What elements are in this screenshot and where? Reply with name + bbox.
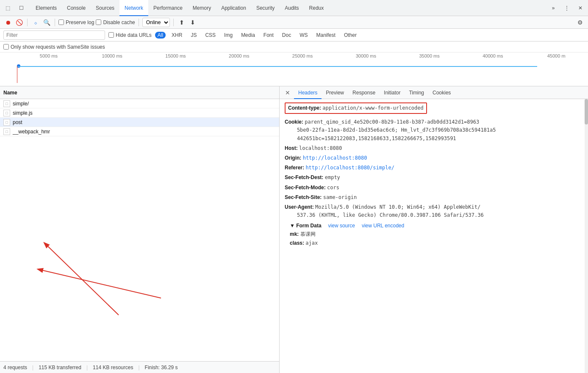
view-url-encoded-link[interactable]: view URL encoded bbox=[362, 223, 404, 229]
origin-key: Origin: bbox=[285, 155, 301, 161]
request-name-webpack: __webpack_hmr bbox=[13, 129, 50, 135]
tab-headers[interactable]: Headers bbox=[294, 86, 322, 99]
filter-doc-btn[interactable]: Doc bbox=[280, 32, 294, 39]
tl-10000: 10000 ms bbox=[80, 53, 144, 58]
clear-button[interactable]: 🚫 bbox=[14, 18, 24, 27]
file-icon-simple-dir: □ bbox=[3, 100, 10, 107]
view-source-link[interactable]: view source bbox=[328, 223, 355, 229]
filter-manifest-btn[interactable]: Manifest bbox=[314, 32, 338, 39]
search-icon[interactable]: 🔍 bbox=[42, 18, 51, 27]
tab-audits[interactable]: Audits bbox=[280, 0, 304, 16]
close-devtools-icon[interactable]: ✕ bbox=[574, 2, 586, 14]
tab-preview[interactable]: Preview bbox=[322, 86, 348, 99]
name-column-header: Name bbox=[0, 86, 279, 99]
mobile-icon[interactable]: ☐ bbox=[15, 2, 27, 14]
tab-cookies[interactable]: Cookies bbox=[428, 86, 455, 99]
tab-network[interactable]: Network bbox=[119, 0, 148, 16]
settings-icon[interactable]: ⚙ bbox=[575, 18, 585, 27]
useragent-val: Mozilla/5.0 (Windows NT 10.0; Win64; x64… bbox=[285, 204, 484, 218]
request-webpack[interactable]: □ __webpack_hmr bbox=[0, 127, 279, 136]
tab-redux[interactable]: Redux bbox=[304, 0, 329, 16]
header-host: Host: localhost:8080 bbox=[285, 144, 583, 152]
filter-js-btn[interactable]: JS bbox=[188, 32, 199, 39]
finish-time: Finish: 36.29 s bbox=[145, 365, 178, 370]
tab-more: » ⋮ ✕ bbox=[547, 2, 586, 14]
preserve-log-checkbox[interactable]: Preserve log bbox=[58, 19, 94, 25]
filter-ws-btn[interactable]: WS bbox=[297, 32, 310, 39]
sep-1: | bbox=[32, 365, 33, 370]
filter-font-btn[interactable]: Font bbox=[261, 32, 276, 39]
sep-3: | bbox=[138, 365, 139, 370]
tab-timing[interactable]: Timing bbox=[405, 86, 428, 99]
host-val: localhost:8080 bbox=[299, 145, 342, 151]
tab-memory[interactable]: Memory bbox=[188, 0, 216, 16]
file-icon-webpack: □ bbox=[3, 128, 10, 135]
cookie-val: parent_qimo_sid_4e520c00-8b29-11e8-b387-… bbox=[285, 119, 496, 141]
filter-input[interactable] bbox=[3, 30, 105, 40]
tab-elements[interactable]: Elements bbox=[31, 0, 62, 16]
record-button[interactable]: ⏺ bbox=[3, 18, 13, 27]
scrollbar-track[interactable] bbox=[585, 99, 588, 373]
cursor-icon[interactable]: ⬚ bbox=[2, 2, 14, 14]
tab-performance[interactable]: Performance bbox=[148, 0, 188, 16]
timeline-red-marker bbox=[17, 66, 17, 83]
sec-mode-val: cors bbox=[327, 185, 339, 191]
request-simple-dir[interactable]: □ simple/ bbox=[0, 99, 279, 108]
tab-console[interactable]: Console bbox=[62, 0, 91, 16]
resources-size: 114 KB resources bbox=[93, 365, 133, 370]
preserve-log-input[interactable] bbox=[58, 19, 64, 25]
filter-css-btn[interactable]: CSS bbox=[202, 32, 218, 39]
referer-key: Referer: bbox=[285, 165, 304, 171]
tl-35000: 35000 ms bbox=[398, 53, 461, 58]
sec-dest-key: Sec-Fetch-Dest: bbox=[285, 174, 323, 180]
header-useragent: User-Agent: Mozilla/5.0 (Windows NT 10.0… bbox=[285, 203, 583, 219]
toolbar-sep-4 bbox=[173, 19, 174, 26]
more-options-icon[interactable]: ⋮ bbox=[561, 2, 573, 14]
hide-data-urls-input[interactable] bbox=[108, 32, 114, 38]
sec-site-val: same-origin bbox=[323, 194, 357, 200]
filter-xhr-btn[interactable]: XHR bbox=[169, 32, 185, 39]
content-type-key: Content-type: bbox=[288, 105, 321, 111]
throttle-select[interactable]: Online bbox=[142, 18, 170, 27]
tab-sources[interactable]: Sources bbox=[91, 0, 119, 16]
form-key-class: class: bbox=[290, 240, 305, 246]
request-simple-js[interactable]: □ simple.js bbox=[0, 108, 279, 118]
tab-application[interactable]: Application bbox=[216, 0, 251, 16]
timeline-graph bbox=[17, 61, 588, 86]
export-icon[interactable]: ⬇ bbox=[188, 18, 197, 27]
import-icon[interactable]: ⬆ bbox=[177, 18, 186, 27]
samesite-row: Only show requests with SameSite issues bbox=[0, 41, 588, 52]
filter-other-btn[interactable]: Other bbox=[341, 32, 359, 39]
tl-25000: 25000 ms bbox=[271, 53, 334, 58]
disable-cache-input[interactable] bbox=[96, 19, 101, 25]
more-tabs-icon[interactable]: » bbox=[547, 2, 559, 14]
filter-all-btn[interactable]: All bbox=[155, 32, 166, 39]
form-val-mk: 慕课网 bbox=[300, 231, 316, 237]
samesite-checkbox[interactable] bbox=[3, 44, 9, 50]
sec-dest-val: empty bbox=[325, 174, 340, 180]
filter-img-btn[interactable]: Img bbox=[222, 32, 235, 39]
main-area: Name □ simple/ □ simple.js □ post □ __we… bbox=[0, 86, 588, 373]
filter-media-btn[interactable]: Media bbox=[239, 32, 258, 39]
requests-count: 4 requests bbox=[3, 365, 27, 370]
sec-mode-key: Sec-Fetch-Mode: bbox=[285, 185, 326, 191]
right-panel-tabs: ✕ Headers Preview Response Initiator Tim… bbox=[280, 86, 588, 99]
header-referer: Referer: http://localhost:8080/simple/ bbox=[285, 164, 583, 172]
transferred-size: 115 KB transferred bbox=[39, 365, 81, 370]
hide-data-urls-checkbox[interactable]: Hide data URLs bbox=[108, 32, 152, 38]
file-icon-simple-js: □ bbox=[3, 110, 10, 116]
close-panel-button[interactable]: ✕ bbox=[283, 88, 292, 97]
tab-response[interactable]: Response bbox=[348, 86, 380, 99]
tab-security[interactable]: Security bbox=[251, 0, 280, 16]
referer-val: http://localhost:8080/simple/ bbox=[305, 165, 394, 171]
form-data-header: ▼ Form Data view source view URL encoded bbox=[290, 223, 578, 229]
disable-cache-checkbox[interactable]: Disable cache bbox=[96, 19, 135, 25]
tab-initiator[interactable]: Initiator bbox=[380, 86, 405, 99]
request-post[interactable]: □ post bbox=[0, 118, 279, 127]
content-type-val: application/x-www-form-urlencoded bbox=[322, 105, 423, 111]
toolbar-sep-3 bbox=[139, 19, 139, 26]
filter-icon[interactable]: ⬦ bbox=[31, 18, 40, 27]
sec-site-key: Sec-Fetch-Site: bbox=[285, 194, 322, 200]
scrollbar-thumb[interactable] bbox=[585, 99, 588, 124]
header-sec-site: Sec-Fetch-Site: same-origin bbox=[285, 193, 583, 202]
